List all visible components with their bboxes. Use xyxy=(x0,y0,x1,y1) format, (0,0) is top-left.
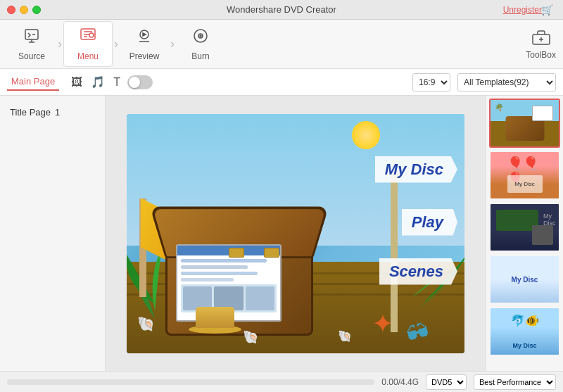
sub-toolbar: Main Page 🖼 🎵 T 16:9 4:3 All Templates(9… xyxy=(0,69,563,96)
template-thumb-2[interactable]: 🎈🎈🎈 My Disc xyxy=(489,151,560,200)
svg-point-3 xyxy=(89,33,94,37)
toolbar-items: Source › Menu › Prev xyxy=(7,21,225,67)
sign-play: Play xyxy=(402,209,457,236)
laptop-row xyxy=(181,278,234,282)
tmpl3-text: My Disc xyxy=(543,213,559,227)
toolbox-button[interactable]: ToolBox xyxy=(526,29,556,60)
template-preview-3: My Disc xyxy=(491,204,559,251)
right-panel: 🌴 🎈🎈🎈 My Disc My Disc My Disc xyxy=(486,96,563,371)
burn-icon xyxy=(192,27,209,49)
laptop-row xyxy=(181,265,248,269)
hat-top xyxy=(196,307,234,328)
seashell-icon: 🐚 xyxy=(243,329,258,345)
template-preview-4: My Disc xyxy=(491,256,559,303)
toolbar-item-source[interactable]: Source xyxy=(7,21,56,67)
svg-rect-0 xyxy=(25,30,38,39)
close-button[interactable] xyxy=(7,6,15,14)
menu-label: Menu xyxy=(77,51,99,61)
sign-mydisc: My Disc xyxy=(375,156,457,183)
clasp-right xyxy=(264,248,279,258)
template-thumb-1[interactable]: 🌴 xyxy=(489,99,560,148)
page-number: 1 xyxy=(55,107,60,118)
tmpl1-screen xyxy=(532,106,553,121)
title-bar: Wondershare DVD Creator Unregister 🛒 xyxy=(0,0,563,20)
toolbar-item-burn[interactable]: Burn xyxy=(176,21,225,67)
dvd-type-select[interactable]: DVD5 DVD9 xyxy=(426,374,467,390)
sub-icons: 🖼 🎵 T xyxy=(70,74,153,90)
tmpl5-icons: 🐬🐠 xyxy=(511,314,539,327)
sun xyxy=(352,121,380,149)
laptop-row xyxy=(181,272,258,275)
tmpl4-label: My Disc xyxy=(512,276,538,284)
page-item-1[interactable]: Title Page 1 xyxy=(7,103,98,122)
clasp-left xyxy=(229,248,244,258)
sign-play-text: Play xyxy=(402,209,457,236)
preview-icon xyxy=(136,27,153,49)
template-preview-2: 🎈🎈🎈 My Disc xyxy=(491,152,559,198)
tmpl3-monitor xyxy=(532,225,553,245)
source-icon xyxy=(23,27,40,49)
center-canvas[interactable]: 🔍 My Disc Play Scenes ✦ 🕶 🐚 🐚 🐚 xyxy=(106,96,486,371)
cart-icon[interactable]: 🛒 xyxy=(541,4,553,15)
main-content: Title Page 1 xyxy=(0,96,563,371)
tmpl5-label: My Disc xyxy=(512,342,536,349)
shell-left-icon: 🐚 xyxy=(137,315,155,332)
toolbox-label: ToolBox xyxy=(526,50,556,60)
text-icon[interactable]: T xyxy=(112,75,122,90)
suitcase-clasps xyxy=(229,248,279,258)
arrow-2: › xyxy=(114,37,118,51)
template-thumb-3[interactable]: My Disc xyxy=(489,203,560,252)
burn-label: Burn xyxy=(191,51,209,61)
page-label: Title Page xyxy=(10,107,51,118)
menu-icon xyxy=(80,27,96,49)
bottom-bar: 0.00/4.4G DVD5 DVD9 Best Performance Bes… xyxy=(0,371,563,392)
toolbar-item-preview[interactable]: Preview xyxy=(120,21,169,67)
toolbox-icon xyxy=(531,29,551,50)
app-title: Wondershare DVD Creator xyxy=(227,4,336,15)
source-label: Source xyxy=(18,51,45,61)
sign-scenes-text: Scenes xyxy=(379,258,457,285)
template-select[interactable]: All Templates(92) xyxy=(457,73,556,91)
minimize-button[interactable] xyxy=(20,6,28,14)
progress-bar xyxy=(7,379,374,385)
shell-right-icon: 🐚 xyxy=(338,329,352,343)
image-icon[interactable]: 🖼 xyxy=(70,75,84,90)
tmpl1-palm: 🌴 xyxy=(495,103,503,111)
unregister-link[interactable]: Unregister xyxy=(503,5,542,15)
quality-select[interactable]: Best Performance Best Quality xyxy=(474,374,556,390)
main-page-tab[interactable]: Main Page xyxy=(7,73,59,91)
music-icon[interactable]: 🎵 xyxy=(89,74,106,90)
template-preview-5: 🐬🐠 My Disc xyxy=(491,308,559,355)
signpost-pole xyxy=(391,170,398,332)
arrow-1: › xyxy=(58,37,62,51)
ratio-select[interactable]: 16:9 4:3 xyxy=(412,73,450,91)
maximize-button[interactable] xyxy=(32,6,41,14)
tmpl2-screen: My Disc xyxy=(507,175,543,193)
template-thumb-4[interactable]: My Disc xyxy=(489,255,560,304)
storage-text: 0.00/4.4G xyxy=(381,377,419,387)
toolbar: Source › Menu › Prev xyxy=(0,20,563,69)
dvd-preview: 🔍 My Disc Play Scenes ✦ 🕶 🐚 🐚 🐚 xyxy=(127,114,464,353)
toolbar-item-menu[interactable]: Menu xyxy=(63,21,113,67)
sign-scenes: Scenes xyxy=(379,258,457,285)
arrow-3: › xyxy=(170,37,175,51)
preview-label: Preview xyxy=(129,51,160,61)
left-panel: Title Page 1 xyxy=(0,96,106,371)
svg-point-7 xyxy=(200,35,201,37)
toggle-button[interactable] xyxy=(127,75,153,89)
template-thumb-5[interactable]: 🐬🐠 My Disc xyxy=(489,307,560,356)
sign-mydisc-text: My Disc xyxy=(375,156,457,183)
laptop-row xyxy=(181,259,267,263)
template-preview-1: 🌴 xyxy=(491,100,559,146)
traffic-lights xyxy=(7,6,41,14)
